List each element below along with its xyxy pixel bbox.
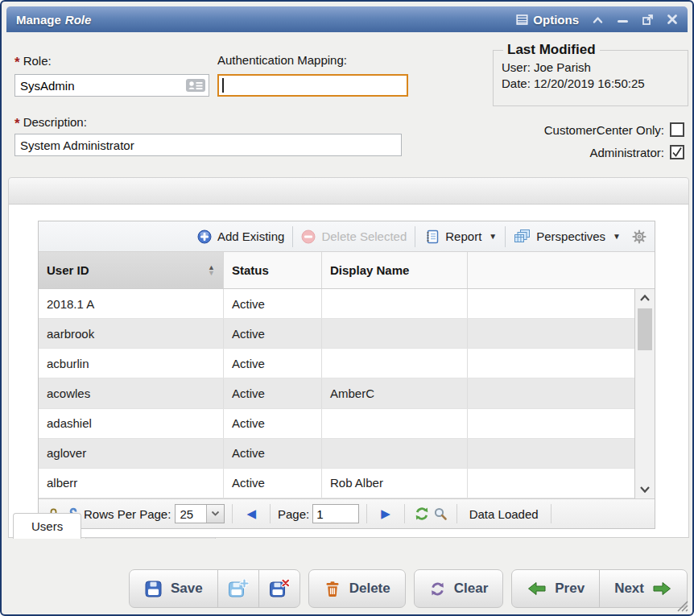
search-button[interactable] [433, 506, 448, 521]
last-modified-date: Date: 12/20/2019 16:50:25 [502, 76, 680, 90]
toolbar-separator [415, 226, 415, 247]
table-row[interactable]: 2018.1 A Active [39, 289, 634, 319]
column-header-display-name[interactable]: Display Name [322, 252, 468, 288]
last-modified-user: User: Joe Parish [502, 60, 680, 74]
options-icon [516, 14, 528, 26]
clear-icon [429, 581, 446, 597]
table-row[interactable]: aarbrook Active [39, 319, 634, 349]
clear-button[interactable]: Clear [415, 570, 503, 607]
cell-empty [468, 289, 634, 318]
chevron-down-icon: ▼ [613, 232, 621, 241]
arrow-right-icon [652, 581, 672, 597]
gear-icon [632, 229, 646, 244]
remove-icon [301, 229, 316, 244]
rows-per-page-label: Rows Per Page: [84, 507, 171, 521]
check-icon [671, 147, 683, 158]
grid-status-text: Data Loaded [469, 507, 539, 521]
table-row[interactable]: aglover Active [39, 439, 634, 469]
save-and-close-button[interactable] [258, 570, 299, 607]
delete-selected-button[interactable]: Delete Selected [301, 229, 407, 244]
cell-empty [468, 439, 634, 468]
prev-next-group: Prev Next [511, 569, 688, 608]
chevron-up-icon [639, 294, 651, 302]
footer-separator [270, 504, 271, 523]
scroll-up-button[interactable] [635, 291, 655, 305]
minimize-icon [617, 14, 629, 25]
scrollbar-thumb[interactable] [638, 308, 652, 350]
save-label: Save [171, 581, 203, 597]
table-row[interactable]: alberr Active Rob Alber [39, 469, 634, 498]
contact-card-icon[interactable] [185, 77, 206, 93]
title-prefix: Manage [16, 13, 61, 27]
minimize-button[interactable] [617, 14, 629, 25]
auth-mapping-input[interactable] [217, 74, 408, 97]
users-grid: Add Existing Delete Selected Report ▼ [38, 221, 655, 529]
customer-center-only-row: CustomerCenter Only: [544, 122, 684, 137]
options-button[interactable]: Options [516, 13, 579, 27]
resize-handle[interactable] [675, 600, 688, 612]
save-and-new-button[interactable] [217, 570, 258, 607]
report-button[interactable]: Report ▼ [423, 229, 497, 245]
popout-icon [642, 14, 654, 26]
add-existing-button[interactable]: Add Existing [197, 229, 284, 244]
description-input[interactable] [14, 134, 402, 156]
titlebar-controls: Options [516, 13, 678, 27]
grid-body: 2018.1 A Active aarbrook Active [39, 289, 655, 498]
grid-paging-bar: Rows Per Page: 25 ◀ Page: ▶ [39, 498, 655, 528]
footer-separator [232, 504, 233, 523]
prev-page-button[interactable]: ◀ [246, 506, 256, 521]
role-input[interactable] [14, 74, 209, 97]
report-icon [423, 229, 440, 245]
manage-role-window: ManageRole Options *Role: [0, 0, 694, 616]
footer-separator [366, 504, 367, 523]
role-field [14, 74, 209, 97]
prev-button[interactable]: Prev [512, 570, 599, 607]
page-input[interactable] [312, 504, 359, 523]
save-button[interactable]: Save [130, 570, 217, 607]
rows-per-page-select[interactable]: 25 [175, 504, 225, 523]
cell-status: Active [224, 349, 322, 378]
perspectives-button[interactable]: Perspectives ▼ [514, 229, 621, 245]
popout-button[interactable] [642, 14, 654, 26]
column-header-status[interactable]: Status [224, 252, 322, 288]
sort-icon[interactable]: ▲▼ [208, 265, 215, 276]
table-row[interactable]: acowles Active AmberC [39, 378, 634, 408]
vertical-scrollbar[interactable] [634, 289, 655, 498]
description-label: *Description: [14, 114, 87, 130]
tab-strip [8, 177, 689, 205]
column-header-user-id[interactable]: User ID ▲▼ [39, 252, 224, 288]
window-title: ManageRole [16, 13, 91, 27]
delete-button[interactable]: Delete [309, 570, 405, 607]
toolbar-separator [292, 226, 293, 247]
save-icon [144, 580, 163, 598]
cell-empty [468, 409, 634, 438]
cell-empty [468, 349, 634, 378]
title-emphasis: Role [65, 13, 92, 27]
cell-display-name [322, 289, 468, 318]
close-button[interactable] [667, 14, 678, 25]
next-button[interactable]: Next [599, 570, 687, 607]
table-row[interactable]: adashiel Active [39, 409, 634, 439]
titlebar[interactable]: ManageRole Options [6, 6, 688, 32]
trash-icon [324, 580, 341, 598]
cell-empty [468, 319, 634, 348]
table-row[interactable]: acburlin Active [39, 349, 634, 378]
administrator-checkbox[interactable] [670, 145, 684, 159]
last-modified-title: Last Modified [503, 42, 600, 58]
role-label: *Role: [14, 53, 52, 69]
collapse-button[interactable] [592, 14, 604, 25]
grid-header: User ID ▲▼ Status Display Name [39, 252, 655, 289]
chevron-down-icon [639, 486, 651, 494]
customer-center-only-checkbox[interactable] [670, 122, 684, 137]
add-icon [197, 229, 212, 244]
tab-users[interactable]: Users [13, 513, 81, 539]
delete-label: Delete [349, 581, 390, 597]
close-icon [667, 14, 678, 25]
cell-user-id: aglover [39, 439, 224, 468]
grid-settings-button[interactable] [632, 229, 646, 244]
column-header-empty [468, 252, 655, 288]
refresh-button[interactable] [414, 506, 430, 522]
cell-empty [468, 469, 634, 498]
next-page-button[interactable]: ▶ [381, 506, 390, 521]
scroll-down-button[interactable] [635, 482, 655, 497]
